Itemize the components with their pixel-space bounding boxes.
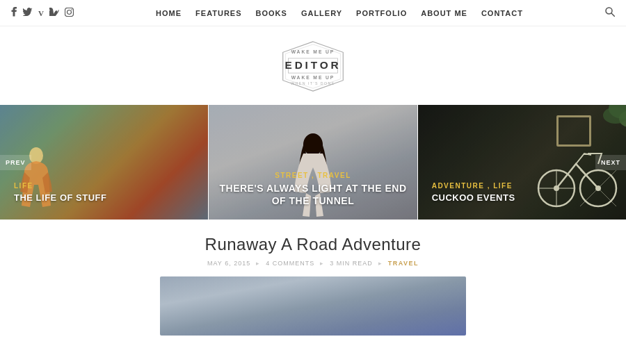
twitter-icon[interactable] xyxy=(23,8,33,18)
top-bar: V HOME FEATURES BOOKS GALLERY PORTFOLIO … xyxy=(0,0,626,26)
site-logo[interactable]: WAKE ME UP EDITOR WAKE ME UP WHEN IT'S D… xyxy=(275,40,351,92)
slide-right: ADVENTURE , LIFE CUCKOO EVENTS xyxy=(417,105,626,220)
article-date: MAY 6, 2015 xyxy=(207,260,250,267)
vine-icon[interactable]: V xyxy=(38,9,44,17)
svg-rect-0 xyxy=(65,8,73,16)
slide-right-content: ADVENTURE , LIFE CUCKOO EVENTS xyxy=(425,182,626,204)
slide-right-category: ADVENTURE , LIFE xyxy=(432,182,619,190)
nav-gallery[interactable]: GALLERY xyxy=(301,9,342,17)
article-title: Runaway A Road Adventure xyxy=(205,235,422,254)
slide-center-content: STREET , TRAVEL THERE'S ALWAYS LIGHT AT … xyxy=(209,172,417,207)
nav-home[interactable]: HOME xyxy=(156,9,182,17)
svg-text:WAKE ME UP: WAKE ME UP xyxy=(291,49,335,54)
svg-text:EDITOR: EDITOR xyxy=(285,59,342,71)
nav-contact[interactable]: CONTACT xyxy=(481,9,523,17)
svg-point-24 xyxy=(603,107,626,124)
slide-left-content: LIFE THE LIFE OF STUFF xyxy=(7,182,208,204)
article-tag[interactable]: TRAVEL xyxy=(388,260,419,267)
slide-right-title: CUCKOO EVENTS xyxy=(432,192,619,204)
search-icon[interactable] xyxy=(605,7,615,19)
nav-features[interactable]: FEATURES xyxy=(195,9,241,17)
slide-left-category: LIFE xyxy=(14,182,201,190)
svg-line-4 xyxy=(611,13,615,17)
slider: PREV LIFE THE LIFE OF STUFF xyxy=(0,105,626,220)
prev-button[interactable]: PREV xyxy=(0,155,31,170)
slide-center-title: THERE'S ALWAYS LIGHT AT THE END OF THE T… xyxy=(216,182,410,207)
nav-books[interactable]: BOOKS xyxy=(256,9,287,17)
social-icons: V xyxy=(11,7,74,19)
vimeo-icon[interactable] xyxy=(49,8,59,18)
svg-point-2 xyxy=(71,9,72,10)
next-button[interactable]: NEXT xyxy=(595,155,626,170)
article-section: Runaway A Road Adventure MAY 6, 2015 ▸ 4… xyxy=(0,220,626,336)
svg-text:WAKE ME UP: WAKE ME UP xyxy=(291,75,335,80)
svg-text:WHEN IT'S DONE: WHEN IT'S DONE xyxy=(291,81,335,85)
slide-left-title: THE LIFE OF STUFF xyxy=(14,192,201,204)
instagram-icon[interactable] xyxy=(65,8,74,19)
logo-area: WAKE ME UP EDITOR WAKE ME UP WHEN IT'S D… xyxy=(0,26,626,105)
article-read-time: 3 MIN READ xyxy=(330,260,373,267)
nav-about-me[interactable]: ABOUT ME xyxy=(421,9,467,17)
svg-point-13 xyxy=(303,133,323,156)
article-comments: 4 COMMENTS xyxy=(266,260,314,267)
main-nav: HOME FEATURES BOOKS GALLERY PORTFOLIO AB… xyxy=(156,9,523,17)
facebook-icon[interactable] xyxy=(11,7,17,19)
article-featured-image xyxy=(160,276,466,336)
article-meta: MAY 6, 2015 ▸ 4 COMMENTS ▸ 3 MIN READ ▸ … xyxy=(207,260,419,267)
nav-portfolio[interactable]: PORTFOLIO xyxy=(356,9,407,17)
meta-dot-1: ▸ xyxy=(256,260,260,267)
slide-center-category: STREET , TRAVEL xyxy=(216,172,410,179)
meta-dot-3: ▸ xyxy=(378,260,383,267)
slide-center: STREET , TRAVEL THERE'S ALWAYS LIGHT AT … xyxy=(208,105,417,220)
svg-point-1 xyxy=(67,10,71,14)
meta-dot-2: ▸ xyxy=(320,260,324,267)
slide-left: LIFE THE LIFE OF STUFF xyxy=(0,105,208,220)
